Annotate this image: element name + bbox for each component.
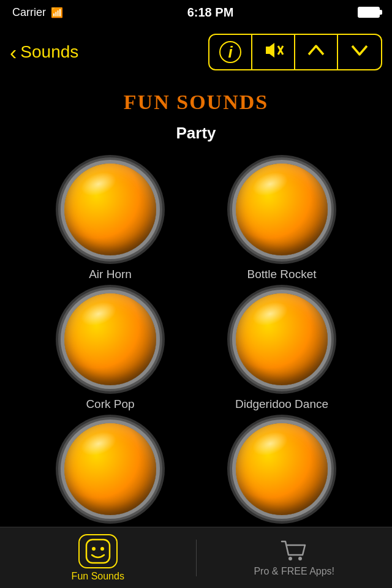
back-chevron-icon: ‹ bbox=[10, 40, 17, 64]
status-time: 6:18 PM bbox=[187, 6, 234, 20]
mute-icon bbox=[262, 41, 284, 63]
svg-marker-0 bbox=[266, 43, 274, 58]
fun-sounds-icon bbox=[78, 534, 118, 568]
info-icon: i bbox=[219, 41, 241, 63]
page-title-area: Fun Sounds bbox=[0, 80, 392, 118]
down-icon bbox=[350, 42, 369, 62]
svg-point-6 bbox=[288, 557, 292, 560]
back-label: Sounds bbox=[20, 42, 78, 62]
sound-item-bottle-rocket[interactable]: Bottle Rocket bbox=[202, 157, 361, 281]
btn-wrap-didgeridoo bbox=[230, 287, 334, 391]
tab-fun-sounds[interactable]: Fun Sounds bbox=[0, 527, 196, 588]
tab-pro-apps[interactable]: Pro & FREE Apps! bbox=[197, 527, 393, 588]
svg-point-4 bbox=[92, 547, 96, 551]
svg-rect-3 bbox=[86, 540, 110, 563]
svg-point-7 bbox=[298, 557, 302, 560]
sound-item-air-horn[interactable]: Air Horn bbox=[31, 157, 190, 281]
btn-wrap-trance bbox=[230, 417, 334, 521]
sound-button-bottle-rocket[interactable] bbox=[236, 164, 328, 255]
tab-bar: Fun Sounds Pro & FREE Apps! bbox=[0, 527, 392, 588]
battery-icon bbox=[358, 7, 380, 18]
status-bar: Carrier 📶 6:18 PM bbox=[0, 0, 392, 24]
btn-wrap-bottle-rocket bbox=[230, 157, 334, 262]
nav-controls: i bbox=[208, 34, 382, 70]
svg-point-5 bbox=[100, 547, 104, 551]
sound-item-trance[interactable]: Trance bbox=[202, 417, 361, 541]
sound-button-fireworks[interactable] bbox=[64, 423, 156, 515]
status-left: Carrier 📶 bbox=[12, 6, 63, 19]
sound-item-fireworks[interactable]: Fireworks bbox=[31, 417, 190, 541]
section-title: Party bbox=[0, 124, 392, 143]
cart-icon bbox=[281, 539, 307, 564]
sound-label-didgeridoo: Didgeridoo Dance bbox=[235, 398, 328, 411]
next-button[interactable] bbox=[338, 35, 381, 69]
up-icon bbox=[306, 42, 326, 62]
sound-button-cork-pop[interactable] bbox=[64, 293, 156, 385]
sound-label-bottle-rocket: Bottle Rocket bbox=[247, 268, 317, 281]
mute-button[interactable] bbox=[252, 35, 295, 69]
btn-wrap-fireworks bbox=[58, 417, 162, 521]
previous-button[interactable] bbox=[295, 35, 338, 69]
sound-button-air-horn[interactable] bbox=[64, 164, 156, 255]
info-button[interactable]: i bbox=[209, 35, 252, 69]
sound-label-cork-pop: Cork Pop bbox=[86, 398, 134, 411]
btn-wrap-air-horn bbox=[58, 157, 162, 262]
carrier-label: Carrier bbox=[12, 6, 46, 19]
tab-fun-sounds-label: Fun Sounds bbox=[72, 571, 124, 582]
sound-label-air-horn: Air Horn bbox=[89, 268, 132, 281]
nav-bar: ‹ Sounds i bbox=[0, 24, 392, 80]
sound-button-trance[interactable] bbox=[236, 423, 328, 515]
tab-pro-apps-label: Pro & FREE Apps! bbox=[254, 566, 334, 577]
page-title: Fun Sounds bbox=[0, 91, 392, 114]
battery-fill bbox=[359, 8, 379, 17]
sounds-grid: Air Horn Bottle Rocket Cork Pop Didgerid… bbox=[0, 148, 392, 551]
sound-button-didgeridoo[interactable] bbox=[236, 293, 328, 385]
sound-item-didgeridoo[interactable]: Didgeridoo Dance bbox=[202, 287, 361, 411]
sound-item-cork-pop[interactable]: Cork Pop bbox=[31, 287, 190, 411]
back-button[interactable]: ‹ Sounds bbox=[10, 40, 78, 64]
status-right bbox=[358, 7, 380, 18]
btn-wrap-cork-pop bbox=[58, 287, 162, 391]
wifi-icon: 📶 bbox=[51, 7, 63, 18]
